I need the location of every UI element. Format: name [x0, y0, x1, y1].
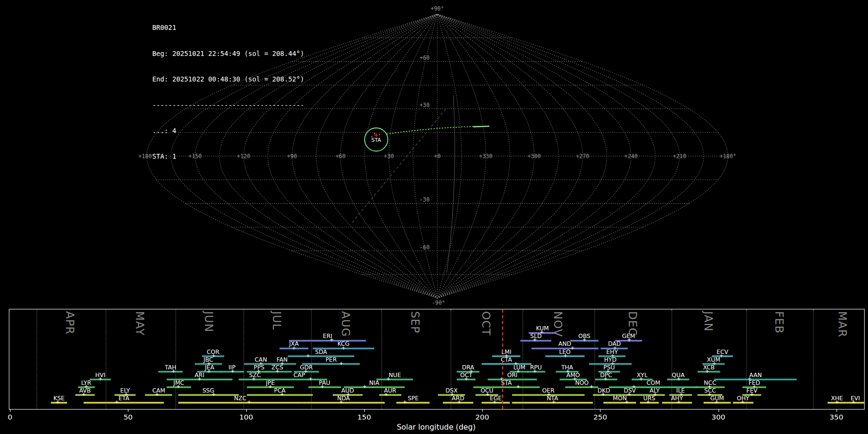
shower-code-label: OBS: [578, 333, 590, 339]
month-label: OCT: [479, 311, 493, 336]
shower-bar: [308, 386, 341, 388]
shower-code-label: LUM: [513, 364, 525, 370]
shower-bar: [377, 379, 413, 380]
shower-code-label: EVI: [851, 394, 860, 401]
shower-code-label: LEO: [559, 348, 570, 355]
x-tick-label: 150: [357, 413, 371, 421]
shower-code-label: TAH: [165, 364, 176, 370]
shower-code-label: GDR: [300, 364, 313, 370]
month-label: JAN: [702, 311, 715, 332]
shower-bar: [379, 394, 402, 395]
shower-code-label: PCA: [274, 387, 285, 393]
shower-code-label: ARI: [195, 371, 204, 378]
shower-bar: [158, 371, 183, 372]
shower-code-label: OCT: [460, 371, 472, 378]
x-tick-label: 350: [829, 413, 843, 421]
shower-bar: [488, 379, 537, 380]
meteor-marker: [374, 133, 375, 134]
latitude-label: +60: [420, 54, 430, 61]
shower-code-label: ARD: [452, 394, 464, 401]
shower-peak-marker: +: [363, 384, 367, 390]
shower-code-label: DPC: [600, 371, 612, 378]
radiant-drift-line: [387, 126, 488, 134]
x-tick-mark: [482, 409, 483, 412]
shower-code-label: AND: [558, 340, 571, 347]
radiant-drift-line-solid: [474, 126, 489, 127]
shower-code-label: XHE: [831, 394, 843, 401]
shower-bar: [178, 394, 239, 395]
shower-code-label: NIA: [369, 379, 380, 386]
current-sol-line: [502, 310, 503, 409]
meteor-marker: [371, 136, 372, 137]
meteor-marker: [379, 134, 380, 136]
x-tick-label: 300: [711, 413, 725, 421]
shower-code-label: OHY: [737, 394, 749, 401]
longitude-label: +120: [237, 153, 250, 160]
shower-code-label: NTA: [547, 394, 558, 401]
shower-code-label: OER: [542, 387, 554, 393]
shower-peak-marker: +: [247, 399, 251, 406]
shower-code-label: OCU: [480, 387, 493, 393]
shower-code-label: DSX: [446, 387, 458, 393]
longitude-label: +180°: [138, 153, 155, 160]
shower-code-label: PAU: [319, 379, 330, 386]
shower-bar: [603, 402, 637, 403]
shower-code-label: AUR: [384, 387, 396, 393]
shower-code-label: JEA: [205, 364, 214, 370]
shower-code-label: KCG: [338, 340, 350, 347]
shower-code-label: NOO: [575, 379, 589, 386]
longitude-label: +180°: [719, 153, 736, 160]
shower-peak-marker: +: [590, 384, 594, 390]
shower-code-label: XCB: [703, 364, 715, 370]
shower-code-label: SCC: [704, 387, 716, 393]
month-label: MAR: [836, 311, 849, 338]
month-boundary-line: [36, 310, 37, 409]
shower-code-label: FED: [748, 379, 760, 386]
month-label: MAY: [133, 311, 147, 336]
shower-code-label: MON: [613, 394, 627, 401]
x-tick-mark: [600, 409, 601, 412]
shower-code-label: HVI: [95, 371, 106, 378]
latitude-label: +30: [420, 102, 430, 108]
shower-code-label: SLD: [530, 333, 542, 339]
month-boundary-line: [244, 310, 244, 409]
shower-code-label: COM: [647, 379, 660, 386]
shower-peak-marker: +: [306, 353, 310, 359]
x-tick-label: 100: [239, 413, 253, 421]
shower-code-label: SSG: [203, 387, 215, 393]
shower-code-label: ILE: [676, 387, 685, 393]
shower-code-label: DSV: [624, 387, 636, 393]
longitude-label: +60: [336, 153, 346, 160]
shower-code-label: PPS: [254, 364, 264, 370]
shower-code-label: AUD: [341, 387, 354, 393]
shower-code-label: AVB: [79, 387, 91, 393]
longitude-label: +90: [287, 153, 297, 160]
shower-code-label: XYL: [637, 371, 648, 378]
shower-peak-marker: +: [403, 399, 407, 406]
shower-code-label: JXA: [289, 340, 298, 347]
shower-code-label: CAP: [294, 371, 305, 378]
shower-code-label: GUM: [710, 394, 724, 401]
shower-code-label: DKD: [597, 387, 610, 393]
longitude-label: +0: [434, 153, 441, 160]
shower-code-label: XUM: [707, 356, 720, 363]
shower-code-label: JPE: [266, 379, 274, 386]
x-tick-mark: [364, 409, 365, 412]
radiant-activity-plot: BR0021 Beg: 20251021 22:54:49 (sol = 208…: [0, 0, 868, 434]
shower-code-label: SDA: [315, 348, 327, 355]
shower-code-label: FEV: [746, 387, 758, 393]
shower-bar: [247, 394, 313, 395]
shower-code-label: JMC: [174, 379, 184, 386]
x-tick-label: 250: [594, 413, 608, 421]
longitude-label: +270: [576, 153, 589, 160]
month-label: JUN: [202, 311, 216, 332]
shower-code-label: AAN: [749, 371, 762, 378]
shower-code-label: IIP: [229, 364, 235, 370]
shower-code-label: COR: [207, 348, 219, 355]
x-tick-mark: [10, 409, 11, 412]
shower-code-label: AHY: [671, 394, 683, 401]
shower-code-label: CAN: [255, 356, 267, 363]
shower-code-label: DRA: [462, 364, 474, 370]
month-label: FEB: [773, 311, 786, 334]
x-axis-title: Solar longitude (deg): [9, 422, 863, 431]
